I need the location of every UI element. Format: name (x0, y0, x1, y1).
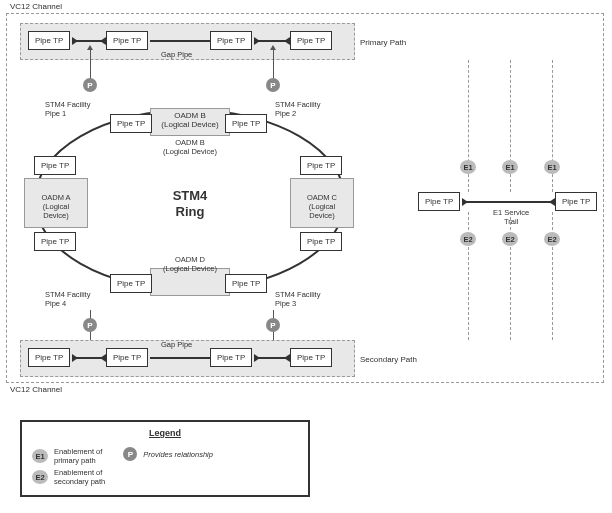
pipe-tp: Pipe TP (225, 274, 267, 293)
pipe-tp: Pipe TP (106, 31, 148, 50)
pipe-tp: Pipe TP (34, 156, 76, 175)
vc12-label-bottom: VC12 Channel (10, 385, 62, 394)
stm4-pipe4-label: STM4 Facility Pipe 4 (45, 290, 90, 308)
pipe-tp: Pipe TP (210, 31, 252, 50)
provides-badge: P (83, 318, 97, 332)
e1-badge-legend: E1 (32, 449, 48, 463)
arrowhead-icon (100, 37, 106, 45)
legend-title: Legend (32, 428, 298, 438)
e1-badge: E1 (460, 160, 476, 174)
e1-badge: E1 (502, 160, 518, 174)
provides-line (90, 50, 91, 80)
e1-service-label: E1 Service Trail (493, 208, 529, 226)
pipe-tp: Pipe TP (290, 31, 332, 50)
arrowhead-icon (72, 354, 78, 362)
arrowhead-icon (284, 37, 290, 45)
e2-badge: E2 (460, 232, 476, 246)
pipe-tp: Pipe TP (300, 156, 342, 175)
arrowhead-icon (72, 37, 78, 45)
connector (150, 40, 210, 42)
pipe-tp: Pipe TP (34, 232, 76, 251)
e1-badge: E1 (544, 160, 560, 174)
stm4-pipe3-label: STM4 Facility Pipe 3 (275, 290, 320, 308)
legend-p-text: Provides relationship (143, 450, 213, 459)
provides-badge: P (266, 318, 280, 332)
pipe-tp: Pipe TP (106, 348, 148, 367)
pipe-tp: Pipe TP (110, 114, 152, 133)
gap-pipe-label-bottom: Gap Pipe (161, 340, 192, 349)
gap-pipe-label-top: Gap Pipe (161, 50, 192, 59)
provides-badge: P (83, 78, 97, 92)
e1-trail-line (462, 201, 555, 203)
oadm-d-caption: OADM D (Logical Device) (155, 255, 225, 273)
arrowhead-icon (549, 198, 555, 206)
pipe-tp: Pipe TP (110, 274, 152, 293)
oadm-b: OADM B (Logical Device) (150, 108, 230, 136)
e2-badge-legend: E2 (32, 470, 48, 484)
secondary-path-label: Secondary Path (360, 355, 417, 364)
pipe-tp: Pipe TP (210, 348, 252, 367)
ring-title-2: Ring (155, 204, 225, 219)
oadm-b-caption: OADM B (Logical Device) (155, 138, 225, 156)
arrowhead-icon (284, 354, 290, 362)
pipe-tp: Pipe TP (418, 192, 460, 211)
e2-badge: E2 (502, 232, 518, 246)
provides-line (273, 50, 274, 80)
connector (150, 357, 210, 359)
legend-e1-text: Enablement of primary path (54, 447, 102, 465)
arrowhead-icon (462, 198, 468, 206)
arrowhead-icon (100, 354, 106, 362)
oadm-c-caption: OADM C (Logical Device) (296, 193, 348, 220)
arrowhead-icon (254, 37, 260, 45)
arrowhead-icon (254, 354, 260, 362)
legend-e2-text: Enablement of secondary path (54, 468, 105, 486)
pipe-tp: Pipe TP (290, 348, 332, 367)
pipe-tp: Pipe TP (28, 348, 70, 367)
oadm-a-caption: OADM A (Logical Device) (30, 193, 82, 220)
ring-title-1: STM4 (155, 188, 225, 203)
vc12-label-top: VC12 Channel (10, 2, 62, 11)
e2-badge: E2 (544, 232, 560, 246)
primary-path-label: Primary Path (360, 38, 406, 47)
pipe-tp: Pipe TP (300, 232, 342, 251)
legend-box: Legend E1 Enablement of primary path E2 … (20, 420, 310, 497)
pipe-tp: Pipe TP (28, 31, 70, 50)
pipe-tp: Pipe TP (225, 114, 267, 133)
pipe-tp: Pipe TP (555, 192, 597, 211)
p-badge-legend: P (123, 447, 137, 461)
provides-badge: P (266, 78, 280, 92)
